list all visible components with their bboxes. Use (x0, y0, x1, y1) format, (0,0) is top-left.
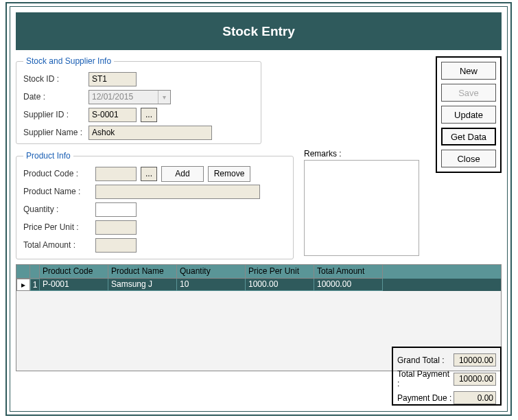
update-button[interactable]: Update (441, 106, 496, 124)
remarks-group: Remarks : (304, 149, 421, 258)
payment-due-field (454, 391, 496, 404)
product-info-legend: Product Info (23, 151, 73, 161)
ppu-field[interactable] (95, 220, 137, 235)
row-qty: 10 (177, 279, 246, 291)
grid-header-selector (16, 265, 30, 279)
total-amount-field[interactable] (95, 238, 137, 253)
grid-col-code: Product Code (40, 265, 108, 279)
stock-id-label: Stock ID : (23, 74, 89, 84)
remarks-textarea[interactable] (304, 160, 419, 256)
total-payment-field[interactable] (454, 373, 496, 386)
ppu-label: Price Per Unit : (23, 222, 95, 232)
window-inner: Stock Entry Stock and Supplier Info Stoc… (10, 6, 508, 412)
action-panel: New Save Update Get Data Close (436, 56, 502, 173)
supplier-browse-button[interactable]: ... (141, 108, 157, 122)
totals-panel: Grand Total : Total Payment : Payment Du… (392, 347, 502, 406)
row-total: 10000.00 (314, 279, 383, 291)
supplier-name-field[interactable] (89, 126, 212, 140)
product-code-label: Product Code : (23, 169, 95, 178)
get-data-button[interactable]: Get Data (441, 128, 496, 145)
date-label: Date : (23, 92, 89, 102)
grid-header-idx (30, 265, 40, 279)
page-title: Stock Entry (16, 12, 502, 50)
date-value: 12/01/2015 (92, 92, 133, 102)
supplier-name-label: Supplier Name : (23, 128, 89, 137)
supplier-id-field[interactable] (89, 108, 137, 122)
add-button[interactable]: Add (161, 166, 204, 182)
grid-header: Product Code Product Name Quantity Price… (16, 265, 501, 279)
content-area: Stock and Supplier Info Stock ID : Date … (16, 56, 502, 406)
grand-total-field (454, 353, 496, 366)
supplier-id-label: Supplier ID : (23, 110, 89, 119)
remarks-label: Remarks : (304, 149, 421, 159)
grid-col-ppu: Price Per Unit (246, 265, 314, 279)
row-ppu: 1000.00 (246, 279, 314, 291)
window-outer: Stock Entry Stock and Supplier Info Stoc… (5, 2, 512, 416)
row-name: Samsung J (108, 279, 177, 291)
product-code-field[interactable] (95, 167, 137, 181)
total-payment-label: Total Payment : (397, 369, 454, 388)
product-browse-button[interactable]: ... (141, 167, 157, 181)
product-name-label: Product Name : (23, 187, 95, 196)
row-selector-icon: ▸ (16, 279, 30, 291)
remove-button[interactable]: Remove (208, 166, 250, 182)
grid-col-total: Total Amount (314, 265, 383, 279)
quantity-field[interactable] (95, 202, 137, 217)
stock-id-field[interactable] (89, 72, 137, 86)
product-name-field[interactable] (95, 185, 260, 199)
date-picker[interactable]: 12/01/2015 ▾ (89, 90, 171, 104)
grid-col-qty: Quantity (177, 265, 246, 279)
row-code: P-0001 (40, 279, 108, 291)
new-button[interactable]: New (441, 62, 496, 80)
row-index: 1 (30, 279, 40, 291)
chevron-down-icon: ▾ (158, 91, 170, 104)
payment-due-label: Payment Due : (397, 393, 451, 403)
grand-total-label: Grand Total : (397, 355, 444, 365)
save-button[interactable]: Save (441, 84, 496, 102)
stock-supplier-group: Stock and Supplier Info Stock ID : Date … (16, 56, 261, 144)
product-info-group: Product Info Product Code : ... Add Remo… (16, 151, 294, 259)
total-amount-label: Total Amount : (23, 240, 95, 250)
grid-col-name: Product Name (108, 265, 177, 279)
close-button[interactable]: Close (441, 150, 496, 167)
quantity-label: Quantity : (23, 205, 95, 214)
table-row[interactable]: ▸ 1 P-0001 Samsung J 10 1000.00 10000.00 (16, 279, 501, 291)
stock-supplier-legend: Stock and Supplier Info (23, 56, 114, 66)
